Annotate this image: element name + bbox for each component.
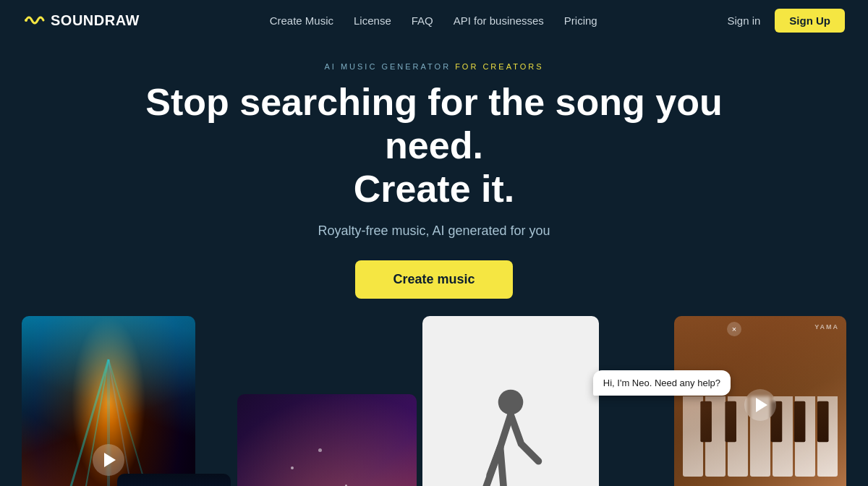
eyebrow-plain: AI MUSIC GENERATOR: [324, 62, 455, 71]
piano-play-button[interactable]: [744, 389, 776, 421]
nav-links: Create Music License FAQ API for busines…: [270, 14, 597, 27]
nav-api[interactable]: API for businesses: [454, 14, 544, 27]
media-card-city[interactable]: [117, 474, 231, 486]
media-card-concert[interactable]: [22, 316, 195, 486]
chat-greeting-text: Hi, I'm Neo. Need any help?: [603, 378, 720, 388]
piano-brand-text: YAMA: [814, 323, 839, 331]
logo-text: SOUNDRAW: [51, 12, 140, 29]
svg-point-0: [25, 19, 27, 22]
hero-section: AI MUSIC GENERATOR FOR CREATORS Stop sea…: [0, 40, 868, 316]
navbar: SOUNDRAW Create Music License FAQ API fo…: [0, 0, 868, 40]
media-card-dancer[interactable]: [422, 316, 599, 486]
nav-create-music[interactable]: Create Music: [270, 14, 333, 27]
nav-right: Sign in Sign Up: [727, 9, 845, 33]
hero-title-line2: Create it.: [354, 168, 515, 210]
neo-chat-bubble: Hi, I'm Neo. Need any help?: [593, 370, 731, 396]
disco-overlay: [237, 394, 417, 486]
sign-in-link[interactable]: Sign in: [727, 14, 760, 27]
nav-faq[interactable]: FAQ: [412, 14, 433, 27]
svg-point-25: [498, 389, 524, 414]
close-icon: ×: [732, 325, 736, 333]
nav-pricing[interactable]: Pricing: [564, 14, 597, 27]
create-music-button[interactable]: Create music: [355, 260, 512, 299]
hero-title-line1: Stop searching for the song you need.: [145, 81, 722, 166]
hero-eyebrow: AI MUSIC GENERATOR FOR CREATORS: [0, 62, 868, 71]
concert-play-button[interactable]: [93, 444, 124, 476]
eyebrow-highlight: FOR CREATORS: [455, 62, 543, 71]
logo[interactable]: SOUNDRAW: [23, 9, 140, 32]
media-card-disco[interactable]: [237, 394, 417, 486]
nav-license[interactable]: License: [354, 14, 391, 27]
sign-up-button[interactable]: Sign Up: [775, 9, 845, 33]
hero-title: Stop searching for the song you need. Cr…: [145, 81, 723, 210]
media-card-piano[interactable]: YAMA: [674, 316, 846, 486]
hero-subtitle: Royalty-free music, AI generated for you: [0, 223, 868, 239]
